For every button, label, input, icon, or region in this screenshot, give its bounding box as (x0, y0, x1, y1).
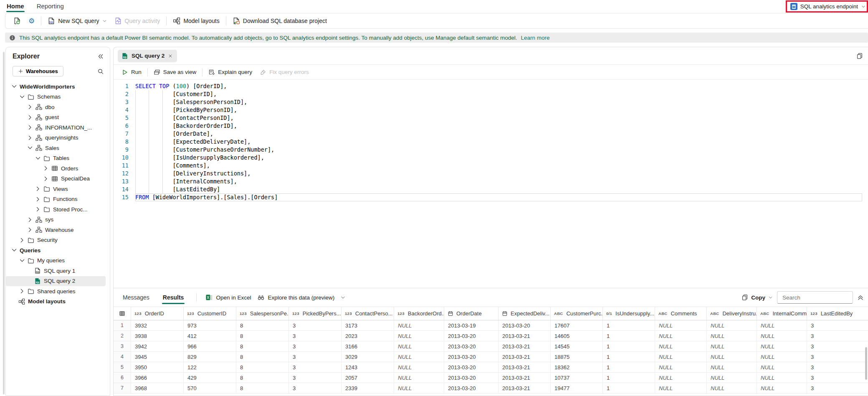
cell[interactable]: 412 (184, 331, 236, 341)
editor-line[interactable]: 12 [DeliveryInstructions], (114, 170, 868, 178)
cell[interactable]: 2013-03-20 (444, 341, 499, 351)
tree-item-queryinsights[interactable]: queryinsights (6, 133, 106, 143)
cell[interactable]: NULL (707, 331, 757, 341)
cell[interactable]: NULL (655, 362, 707, 372)
cell[interactable]: 3 (289, 320, 342, 330)
cell[interactable]: 3 (289, 352, 342, 362)
tree-item-information[interactable]: INFORMATION_... (6, 122, 106, 133)
tree-item-tables[interactable]: Tables (6, 153, 106, 164)
cell[interactable]: 3 (289, 331, 342, 341)
endpoint-selector-annotation[interactable]: SQL analytics endpoint (786, 0, 868, 13)
tree-item-stored-proc[interactable]: Stored Proc... (6, 204, 106, 215)
tree-item-specialdea[interactable]: SpecialDea (6, 174, 106, 184)
collapse-results-icon[interactable] (857, 294, 864, 301)
tree-item-dbo[interactable]: dbo (6, 102, 106, 112)
cell[interactable]: 1 (603, 373, 655, 383)
column-header-expecteddeliv[interactable]: ExpectedDeliv... (499, 307, 551, 320)
tree-item-schemas[interactable]: Schemas (6, 92, 106, 102)
cell[interactable]: 2013-03-21 (499, 362, 551, 372)
tree-item-sql-query-2[interactable]: SQL query 2 (6, 276, 106, 287)
cell[interactable]: 2023 (342, 331, 394, 341)
cell[interactable]: NULL (655, 373, 707, 383)
cell[interactable]: 2057 (342, 373, 394, 383)
cell[interactable]: NULL (394, 383, 444, 393)
copy-layout-icon[interactable] (856, 53, 863, 59)
column-header-customerid[interactable]: 123CustomerID (184, 307, 236, 320)
tree-item-sys[interactable]: sys (6, 215, 106, 225)
cell[interactable]: 3029 (342, 352, 394, 362)
cell[interactable]: NULL (757, 320, 807, 330)
row-number[interactable]: 5 (114, 362, 131, 372)
cell[interactable]: NULL (707, 373, 757, 383)
cell[interactable]: 2013-03-21 (499, 341, 551, 351)
cell[interactable]: 2013-03-20 (444, 373, 499, 383)
cell[interactable]: 19477 (551, 383, 603, 393)
cell[interactable]: NULL (394, 373, 444, 383)
editor-line[interactable]: 15FROM [WideWorldImporters].[Sales].[Ord… (114, 193, 868, 201)
cell[interactable]: NULL (394, 320, 444, 330)
query-tab-sql-query-2[interactable]: SQL query 2 (118, 50, 177, 62)
cell[interactable]: 8 (236, 383, 289, 393)
column-header-orderdate[interactable]: OrderDate (444, 307, 499, 320)
editor-line[interactable]: 2 [CustomerID], (114, 90, 868, 98)
cell[interactable]: 2013-03-19 (444, 320, 499, 330)
tab-messages[interactable]: Messages (122, 290, 150, 305)
row-number[interactable]: 6 (114, 373, 131, 383)
cell[interactable]: 8 (236, 352, 289, 362)
cell[interactable]: NULL (707, 362, 757, 372)
cell[interactable]: NULL (757, 341, 807, 351)
new-item-button[interactable] (10, 15, 25, 27)
editor-line[interactable]: 9 [CustomerPurchaseOrderNumber], (114, 146, 868, 154)
cell[interactable]: 1 (603, 320, 655, 330)
tree-item-sales[interactable]: Sales (6, 143, 106, 153)
tree-item-queries[interactable]: Queries (6, 245, 106, 256)
editor-line[interactable]: 11 [Comments], (114, 162, 868, 170)
cell[interactable]: NULL (655, 383, 707, 393)
cell[interactable]: 3938 (131, 331, 184, 341)
cell[interactable]: 2013-03-20 (444, 331, 499, 341)
cell[interactable]: 8 (236, 320, 289, 330)
explain-query-button[interactable]: Explain query (205, 67, 256, 78)
cell[interactable]: 3 (289, 373, 342, 383)
editor-line[interactable]: 1SELECT TOP (100) [OrderID], (114, 82, 868, 90)
cell[interactable]: 3968 (131, 383, 184, 393)
editor-line[interactable]: 4 [PickedByPersonID], (114, 106, 868, 114)
tree-item-my-queries[interactable]: My queries (6, 256, 106, 266)
cell[interactable]: 966 (184, 341, 236, 351)
cell[interactable]: 973 (184, 320, 236, 330)
row-number[interactable]: 1 (114, 320, 131, 330)
cell[interactable]: 3 (807, 362, 868, 372)
tab-results[interactable]: Results (162, 290, 185, 305)
cell[interactable]: 17607 (551, 320, 603, 330)
cell[interactable]: 3 (807, 373, 868, 383)
column-header-pickedbypers[interactable]: 123PickedByPers... (289, 307, 342, 320)
tree-item-security[interactable]: Security (6, 235, 106, 246)
column-header-contactperso[interactable]: 123ContactPerso... (342, 307, 394, 320)
cell[interactable]: 3966 (131, 373, 184, 383)
cell[interactable]: NULL (757, 362, 807, 372)
cell[interactable]: 3173 (342, 320, 394, 330)
tree-item-shared-queries[interactable]: Shared queries (6, 286, 106, 297)
cell[interactable]: 8 (236, 331, 289, 341)
cell[interactable]: 3945 (131, 352, 184, 362)
sql-editor[interactable]: 1SELECT TOP (100) [OrderID],2 [CustomerI… (114, 80, 868, 288)
cell[interactable]: 570 (184, 383, 236, 393)
cell[interactable]: 3 (289, 383, 342, 393)
cell[interactable]: 3 (807, 331, 868, 341)
cell[interactable]: 3 (289, 362, 342, 372)
cell[interactable]: 3942 (131, 341, 184, 351)
cell[interactable]: 14545 (551, 341, 603, 351)
cell[interactable]: 2013-03-20 (444, 383, 499, 393)
query-activity-button[interactable]: Query activity (111, 15, 164, 27)
column-header-customerpurc[interactable]: ABCCustomerPurc... (551, 307, 603, 320)
cell[interactable]: NULL (394, 331, 444, 341)
cell[interactable]: 3 (289, 341, 342, 351)
cell[interactable]: 3950 (131, 362, 184, 372)
column-header-orderid[interactable]: 123OrderID (131, 307, 184, 320)
results-scrollbar[interactable] (865, 347, 867, 380)
cell[interactable]: NULL (707, 341, 757, 351)
column-header-isundersupply[interactable]: 0/1IsUndersupply... (603, 307, 655, 320)
tree-item-model-layouts[interactable]: Model layouts (6, 297, 106, 307)
cell[interactable]: 122 (184, 362, 236, 372)
search-icon[interactable] (97, 68, 104, 75)
